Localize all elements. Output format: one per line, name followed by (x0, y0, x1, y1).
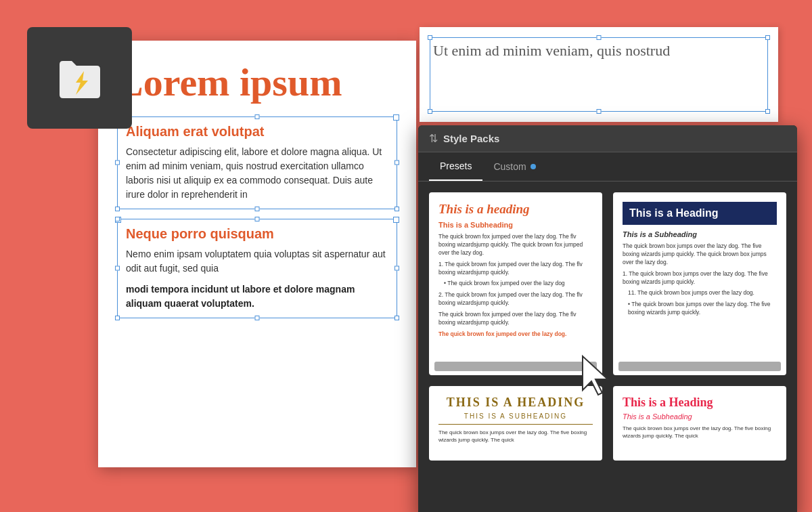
handle-ml[interactable] (115, 161, 120, 165)
section2-bold: modi tempora incidunt ut labore et dolor… (126, 282, 388, 311)
style-card-3[interactable]: THIS IS A HEADING THIS IS A SUBHEADING T… (429, 386, 602, 461)
handle-tm[interactable] (255, 114, 260, 119)
handle-br[interactable] (394, 316, 399, 320)
card3-heading: THIS IS A HEADING (438, 396, 593, 410)
cursor-arrow (579, 353, 616, 397)
handle-bm[interactable] (255, 316, 260, 320)
handle-tm[interactable] (597, 35, 602, 40)
background-document: Ut enim ad minim veniam, quis nostrud (420, 27, 778, 122)
flash-folder-icon (53, 51, 107, 105)
handle-tl[interactable] (115, 217, 120, 221)
handle-mr[interactable] (394, 266, 399, 271)
card1-bullet: • The quick brown fox jumped over the la… (438, 280, 593, 288)
handle-bm[interactable] (255, 207, 260, 211)
section2-body: Nemo enim ipsam voluptatem quia voluptas… (126, 247, 388, 276)
handle-bm[interactable] (597, 109, 602, 114)
card4-body: The quick brown box jumps over the lazy … (623, 425, 777, 440)
cursor-container (579, 353, 616, 400)
card1-body2: The quick brown fox jumped over the lazy… (438, 311, 593, 327)
panel-title: Style Packs (443, 133, 499, 144)
section1-subheading: Aliquam erat volutpat (126, 124, 388, 140)
custom-indicator-dot (531, 164, 536, 169)
handle-br[interactable] (394, 207, 399, 211)
handle-bl[interactable] (115, 207, 120, 211)
panel-tabs: Presets Custom (418, 152, 797, 182)
tab-custom[interactable]: Custom (482, 152, 546, 181)
card1-list-2: 2. The quick brown fox jumped over the l… (438, 291, 593, 307)
card2-heading: This is a Heading (623, 202, 777, 225)
card2-bullet: • The quick brown box jumps over the laz… (623, 301, 777, 317)
selection-box-section2[interactable]: Neque porro quisquam Nemo enim ipsam vol… (117, 219, 397, 318)
card1-list-1: 1. The quick brown fox jumped over the l… (438, 261, 593, 277)
selection-border (430, 37, 768, 112)
tab-presets[interactable]: Presets (429, 152, 482, 181)
card3-subheading: THIS IS A SUBHEADING (438, 412, 593, 420)
handle-tl[interactable] (428, 35, 432, 40)
handle-bl[interactable] (115, 316, 120, 320)
selection-box-section1[interactable]: Aliquam erat volutpat Consectetur adipis… (117, 116, 397, 209)
card3-body: The quick brown box jumps over the lazy … (438, 429, 593, 444)
section1-body: Consectetur adipiscing elit, labore et d… (126, 145, 388, 202)
card1-body: The quick brown fox jumped over the lazy… (438, 233, 593, 257)
card4-subheading: This is a Subheading (623, 412, 777, 421)
handle-tr[interactable] (765, 35, 770, 40)
svg-marker-0 (583, 356, 608, 395)
style-card-1[interactable]: This is a heading This is a Subheading T… (429, 192, 602, 375)
app-icon (27, 27, 132, 129)
card2-body: The quick brown box jumps over the lazy … (623, 242, 777, 267)
card2-subheading: This is a Subheading (623, 230, 777, 238)
section2-subheading: Neque porro quisquam (126, 226, 388, 242)
card2-list-1: 1. The quick brown box jumps over the la… (623, 270, 777, 286)
card1-bold: The quick brown fox jumped over the lazy… (438, 330, 593, 337)
card1-heading: This is a heading (438, 202, 593, 217)
card4-heading: This is a Heading (623, 396, 777, 410)
handle-bl[interactable] (428, 109, 432, 114)
card2-list-11: 11. The quick brown box jumps over the l… (623, 289, 777, 297)
handle-br[interactable] (765, 109, 770, 114)
card1-subheading: This is a Subheading (438, 221, 593, 229)
style-packs-panel: ⇅ Style Packs Presets Custom This is a h… (418, 125, 797, 512)
handle-mr[interactable] (394, 161, 399, 165)
handle-tm[interactable] (255, 217, 260, 221)
style-card-2[interactable]: This is a Heading This is a Subheading T… (613, 192, 786, 375)
arrows-icon: ⇅ (429, 132, 438, 145)
handle-tr[interactable] (394, 217, 399, 221)
doc-title: Lorem ipsum (117, 61, 397, 104)
style-card-4[interactable]: This is a Heading This is a Subheading T… (613, 386, 786, 461)
card1-scrollbar (434, 362, 597, 371)
handle-ml[interactable] (115, 266, 120, 271)
card2-scrollbar (618, 362, 781, 371)
main-document: Lorem ipsum Aliquam erat volutpat Consec… (98, 41, 416, 467)
card3-divider (438, 424, 593, 425)
panel-header: ⇅ Style Packs (418, 125, 797, 152)
